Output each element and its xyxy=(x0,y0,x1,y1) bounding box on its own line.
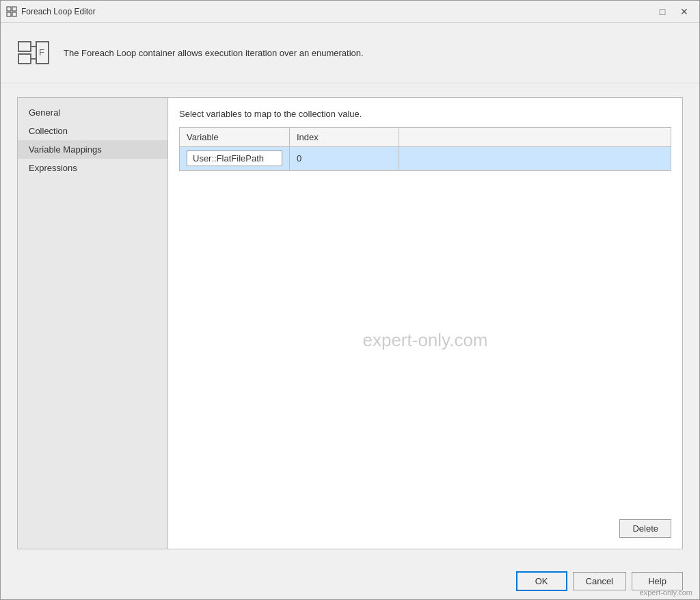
main-panel: General Collection Variable Mappings Exp… xyxy=(17,97,683,549)
variable-mappings-table: Variable Index User::FlatFilePath xyxy=(180,128,671,170)
svg-rect-0 xyxy=(7,7,11,11)
svg-rect-2 xyxy=(7,12,11,16)
column-header-variable: Variable xyxy=(180,128,290,147)
sidebar-item-collection[interactable]: Collection xyxy=(18,122,167,140)
watermark: expert-only.com xyxy=(362,329,487,350)
cell-variable[interactable]: User::FlatFilePath xyxy=(180,147,290,170)
nav-panel: General Collection Variable Mappings Exp… xyxy=(18,98,168,549)
title-bar-left: Foreach Loop Editor xyxy=(6,6,96,17)
svg-text:F: F xyxy=(39,47,44,57)
title-bar: Foreach Loop Editor □ ✕ xyxy=(1,1,699,23)
cell-index: 0 xyxy=(290,147,399,170)
title-bar-controls: □ ✕ xyxy=(653,5,694,18)
svg-rect-3 xyxy=(12,12,16,16)
app-icon xyxy=(6,6,17,17)
header-area: F The Foreach Loop container allows exec… xyxy=(1,23,699,83)
delete-area: Delete xyxy=(179,514,671,538)
minimize-button[interactable]: □ xyxy=(653,5,672,18)
variable-value: User::FlatFilePath xyxy=(187,151,282,166)
content-area: General Collection Variable Mappings Exp… xyxy=(1,83,699,563)
close-button[interactable]: ✕ xyxy=(675,5,694,18)
delete-button[interactable]: Delete xyxy=(619,519,671,538)
column-header-empty xyxy=(399,128,671,147)
help-button[interactable]: Help xyxy=(632,572,683,590)
table-header-row: Variable Index xyxy=(180,128,671,147)
table-container: Variable Index User::FlatFilePath xyxy=(179,127,671,171)
panel-title: Select variables to map to the collectio… xyxy=(179,109,671,119)
footer-area: OK Cancel Help xyxy=(1,563,699,599)
window: Foreach Loop Editor □ ✕ F The Foreach Lo… xyxy=(0,0,700,600)
svg-rect-5 xyxy=(18,54,31,64)
right-panel: Select variables to map to the collectio… xyxy=(168,98,682,549)
window-title: Foreach Loop Editor xyxy=(21,7,96,16)
sidebar-item-general[interactable]: General xyxy=(18,103,167,122)
header-description: The Foreach Loop container allows execut… xyxy=(64,48,364,58)
sidebar-item-expressions[interactable]: Expressions xyxy=(18,159,167,177)
column-header-index: Index xyxy=(290,128,399,147)
cell-empty xyxy=(399,147,671,170)
bottom-watermark: expert-only.com xyxy=(640,588,692,597)
foreach-loop-icon: F xyxy=(17,36,50,69)
table-wrapper: Variable Index User::FlatFilePath xyxy=(179,127,671,514)
cancel-button[interactable]: Cancel xyxy=(573,572,626,590)
svg-rect-1 xyxy=(12,7,16,11)
table-row[interactable]: User::FlatFilePath 0 xyxy=(180,147,671,170)
ok-button[interactable]: OK xyxy=(516,571,567,591)
sidebar-item-variable-mappings[interactable]: Variable Mappings xyxy=(18,140,167,159)
svg-rect-4 xyxy=(18,42,31,51)
